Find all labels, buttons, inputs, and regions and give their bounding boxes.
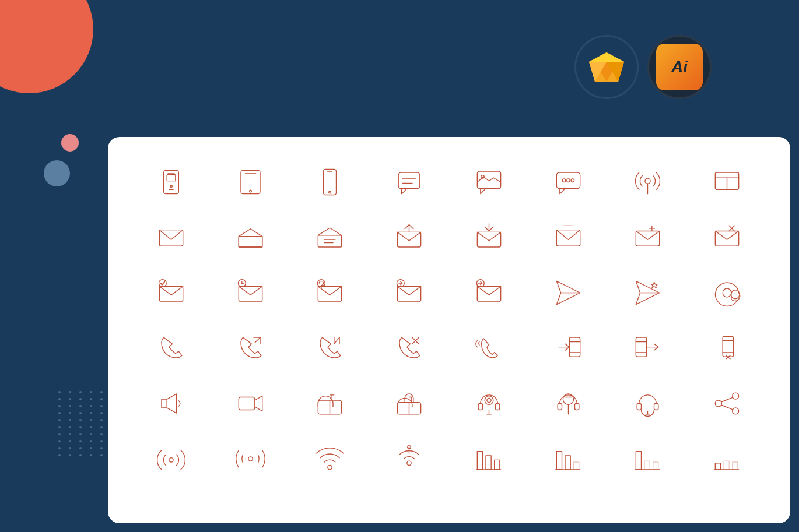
svg-rect-137 (636, 452, 641, 470)
svg-point-119 (716, 400, 722, 407)
svg-rect-103 (478, 404, 482, 410)
svg-rect-135 (574, 462, 579, 470)
icon-mailbox-open (370, 376, 449, 431)
icon-envelope-download (449, 210, 528, 265)
bg-circle-large (0, 0, 93, 93)
icon-grid (131, 154, 767, 487)
svg-point-70 (723, 288, 732, 297)
icon-envelope-upload (370, 210, 449, 265)
svg-rect-142 (724, 461, 729, 470)
icon-envelope-open-read (290, 210, 370, 265)
svg-rect-26 (556, 172, 580, 189)
icon-typing-dots (528, 154, 608, 210)
icon-paper-plane-star (608, 265, 688, 320)
svg-point-120 (733, 408, 739, 414)
svg-marker-69 (651, 282, 657, 288)
svg-line-121 (722, 397, 733, 401)
icon-envelope-clock (211, 265, 290, 320)
svg-line-73 (255, 337, 260, 343)
icon-phone-missed (370, 320, 449, 376)
svg-point-124 (248, 457, 253, 461)
icon-tablet (211, 154, 290, 210)
icon-video-camera (211, 376, 290, 431)
svg-point-28 (567, 179, 570, 182)
svg-rect-83 (636, 337, 646, 357)
icon-mailbox-closed (290, 376, 370, 431)
svg-point-14 (170, 185, 172, 188)
svg-rect-36 (239, 237, 262, 247)
icon-card (108, 137, 790, 523)
icon-bar-chart-full (449, 431, 528, 487)
ai-label: Ai (656, 44, 703, 90)
icon-envelope-forward (370, 265, 449, 320)
icon-signal-tower (608, 154, 688, 210)
svg-rect-143 (733, 462, 738, 470)
icon-signal-waves (211, 431, 290, 487)
icon-smartphone (290, 154, 370, 210)
icon-paper-plane (528, 265, 608, 320)
icon-mobile-phone (131, 154, 211, 210)
icon-envelope-check (131, 265, 211, 320)
svg-rect-138 (644, 461, 650, 470)
svg-point-111 (563, 394, 573, 404)
svg-rect-115 (654, 404, 658, 410)
icon-envelope-closed (131, 210, 211, 265)
svg-line-76 (334, 337, 339, 344)
icon-headset-female (528, 376, 608, 431)
svg-rect-109 (558, 404, 562, 410)
icon-wifi-antenna (370, 431, 449, 487)
icon-megaphone (131, 376, 211, 431)
svg-marker-92 (162, 394, 177, 413)
icon-envelope-open (211, 210, 290, 265)
svg-point-123 (169, 458, 173, 462)
icon-device-to-phone (608, 320, 688, 376)
icon-bar-chart-low (608, 431, 688, 487)
svg-point-29 (571, 179, 574, 182)
sketch-badge (574, 35, 639, 99)
icon-headset (608, 376, 688, 431)
svg-point-125 (328, 466, 332, 470)
icon-bar-chart-medium (528, 431, 608, 487)
icon-phone-to-device (528, 320, 608, 376)
svg-rect-37 (318, 235, 341, 247)
svg-rect-129 (477, 452, 482, 470)
svg-line-122 (722, 405, 733, 409)
svg-point-30 (645, 178, 650, 184)
svg-marker-9 (589, 52, 624, 62)
icon-phone-outgoing (211, 320, 290, 376)
svg-point-105 (485, 396, 493, 405)
icon-headset-male (449, 376, 528, 431)
svg-rect-134 (565, 456, 570, 470)
svg-rect-21 (399, 172, 420, 189)
icon-phone-cancel (688, 320, 767, 376)
svg-point-106 (486, 398, 490, 402)
svg-rect-133 (556, 452, 562, 470)
app-badges: Ai (574, 35, 712, 99)
icon-wifi-broadcast (131, 431, 211, 487)
svg-point-19 (329, 191, 331, 193)
svg-point-118 (733, 393, 739, 399)
icon-at-symbol (688, 265, 767, 320)
svg-rect-130 (486, 456, 491, 470)
svg-rect-114 (637, 404, 641, 410)
svg-rect-104 (495, 404, 499, 410)
bg-circle-blue (44, 160, 70, 186)
svg-rect-87 (723, 336, 734, 357)
svg-rect-139 (653, 462, 658, 470)
icon-envelope-plus (608, 210, 688, 265)
svg-rect-94 (239, 397, 255, 410)
sketch-icon (588, 51, 626, 83)
svg-rect-131 (494, 460, 499, 470)
icon-share (688, 376, 767, 431)
svg-point-27 (562, 179, 566, 182)
illustrator-badge: Ai (647, 35, 712, 99)
svg-rect-12 (167, 175, 176, 181)
svg-rect-79 (569, 337, 580, 357)
icon-phone (131, 320, 211, 376)
icon-envelope-minus (528, 210, 608, 265)
icon-wifi (290, 431, 370, 487)
icon-phone-incoming (290, 320, 370, 376)
icon-chat-bubble (370, 154, 449, 210)
icon-bar-chart-minimal (688, 431, 767, 487)
icon-envelope-cancel (688, 210, 767, 265)
